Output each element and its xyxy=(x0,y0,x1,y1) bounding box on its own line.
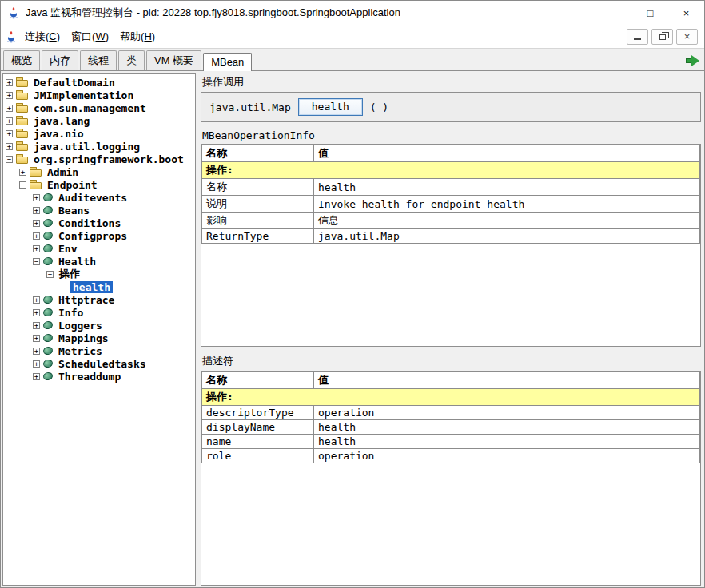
tree-item-beans[interactable]: +Beans xyxy=(3,204,195,217)
menu-window[interactable]: 窗口(W) xyxy=(66,26,114,47)
tree-item-httptrace[interactable]: +Httptrace xyxy=(3,293,195,306)
table-row[interactable]: namehealth xyxy=(202,435,700,449)
java-logo-icon xyxy=(7,6,20,19)
expand-toggle-icon[interactable]: + xyxy=(33,360,40,368)
expand-toggle-icon[interactable]: + xyxy=(6,105,13,112)
table-row[interactable]: ReturnTypejava.util.Map xyxy=(202,229,700,244)
expand-toggle-icon[interactable]: + xyxy=(33,207,40,214)
collapse-toggle-icon[interactable]: − xyxy=(6,156,13,163)
expand-toggle-icon[interactable]: + xyxy=(33,194,40,201)
group-row[interactable]: 操作: xyxy=(202,389,700,406)
column-header[interactable]: 值 xyxy=(314,145,700,162)
close-button[interactable]: × xyxy=(668,1,704,25)
column-header[interactable]: 值 xyxy=(314,372,700,389)
menu-help[interactable]: 帮助(H) xyxy=(114,26,161,47)
tree-item-label: java.nio xyxy=(31,128,86,140)
expand-toggle-icon[interactable]: + xyxy=(6,130,13,137)
tree-item-configprops[interactable]: +Configprops xyxy=(3,229,195,242)
cell-name: role xyxy=(202,449,314,463)
tab-classes[interactable]: 类 xyxy=(118,50,145,70)
maximize-button[interactable]: □ xyxy=(632,1,668,25)
descriptor-box: 名称值操作:descriptorTypeoperationdisplayName… xyxy=(201,371,701,586)
tree-item-operations[interactable]: −操作 xyxy=(3,268,195,280)
tree-item-label: Env xyxy=(56,243,79,255)
minimize-button[interactable]: — xyxy=(596,1,632,25)
column-header[interactable]: 名称 xyxy=(202,145,314,162)
tree-item-org-springframework-boot[interactable]: −org.springframework.boot xyxy=(3,153,195,165)
tree-item-label: Conditions xyxy=(56,217,123,229)
tree-item-label: Threaddump xyxy=(56,371,123,383)
expand-toggle-icon[interactable]: + xyxy=(19,169,26,176)
return-type-label: java.util.Map xyxy=(209,101,291,113)
tab-mbean[interactable]: MBean xyxy=(203,53,252,71)
tree-item-health[interactable]: −Health xyxy=(3,255,195,268)
tree-item-metrics[interactable]: +Metrics xyxy=(3,344,195,357)
tree-item-com-sun-management[interactable]: +com.sun.management xyxy=(3,101,195,114)
tree-item-label: Loggers xyxy=(56,320,105,332)
invoke-health-button[interactable]: health xyxy=(298,98,363,116)
cell-value: health xyxy=(314,179,700,196)
cell-name: 名称 xyxy=(202,179,314,196)
tab-list: 概览内存线程类VM 概要MBean xyxy=(3,50,253,70)
tree-item-conditions[interactable]: +Conditions xyxy=(3,217,195,229)
expand-toggle-icon[interactable]: + xyxy=(33,373,40,380)
expand-toggle-icon[interactable]: + xyxy=(6,143,13,150)
tree-item-auditevents[interactable]: +Auditevents xyxy=(3,191,195,204)
expand-toggle-icon[interactable]: + xyxy=(33,309,40,316)
tree-item-mappings[interactable]: +Mappings xyxy=(3,332,195,344)
cell-value: 信息 xyxy=(314,213,700,229)
table-row[interactable]: displayNamehealth xyxy=(202,420,700,435)
tree-item-threaddump[interactable]: +Threaddump xyxy=(3,370,195,383)
tab-vm-summary[interactable]: VM 概要 xyxy=(146,50,201,70)
tree-item-jmimplementation[interactable]: +JMImplementation xyxy=(3,89,195,101)
tab-overview[interactable]: 概览 xyxy=(3,50,40,70)
expand-toggle-icon[interactable]: + xyxy=(33,232,40,240)
expand-toggle-icon[interactable]: + xyxy=(33,322,40,329)
frame-restore-button[interactable] xyxy=(651,29,673,45)
group-row[interactable]: 操作: xyxy=(202,162,700,179)
tree-item-env[interactable]: +Env xyxy=(3,242,195,255)
tab-memory[interactable]: 内存 xyxy=(42,50,78,70)
folder-icon xyxy=(16,116,28,125)
tree-item-admin[interactable]: +Admin xyxy=(3,165,195,178)
tree-item-java-util-logging[interactable]: +java.util.logging xyxy=(3,140,195,153)
titlebar: Java 监视和管理控制台 - pid: 20228 top.fjy8018.s… xyxy=(1,1,704,25)
table-row[interactable]: 名称health xyxy=(202,179,700,196)
bean-icon xyxy=(42,218,54,228)
expand-toggle-icon[interactable]: + xyxy=(33,348,40,355)
collapse-toggle-icon[interactable]: − xyxy=(33,258,40,265)
tree-item-default-domain[interactable]: +DefaultDomain xyxy=(3,76,195,89)
tree-item-scheduledtasks[interactable]: +Scheduledtasks xyxy=(3,357,195,370)
tree-item-info[interactable]: +Info xyxy=(3,306,195,319)
collapse-toggle-icon[interactable]: − xyxy=(46,271,54,278)
cell-name: displayName xyxy=(202,420,314,435)
bean-icon xyxy=(42,205,54,216)
menubar: 连接(C)窗口(W)帮助(H) × xyxy=(1,25,704,49)
expand-toggle-icon[interactable]: + xyxy=(33,220,40,227)
tree-item-endpoint[interactable]: −Endpoint xyxy=(3,178,195,191)
tree-item-health-operation[interactable]: health xyxy=(3,280,195,293)
table-row[interactable]: roleoperation xyxy=(202,449,700,463)
menu-connection[interactable]: 连接(C) xyxy=(19,26,66,47)
table-row[interactable]: descriptorTypeoperation xyxy=(202,406,700,420)
tree-item-label: Endpoint xyxy=(45,179,100,191)
expand-toggle-icon[interactable]: + xyxy=(6,92,13,99)
expand-toggle-icon[interactable]: + xyxy=(33,245,40,252)
frame-close-button[interactable]: × xyxy=(676,29,698,45)
table-row[interactable]: 说明Invoke health for endpoint health xyxy=(202,196,700,213)
tree-item-java-nio[interactable]: +java.nio xyxy=(3,127,195,140)
expand-toggle-icon[interactable]: + xyxy=(6,117,13,125)
collapse-toggle-icon[interactable]: − xyxy=(19,181,26,189)
column-header[interactable]: 名称 xyxy=(202,372,314,389)
tree-item-label: Httptrace xyxy=(56,294,117,306)
mbean-tree[interactable]: +DefaultDomain+JMImplementation+com.sun.… xyxy=(2,73,196,586)
expand-toggle-icon[interactable]: + xyxy=(6,79,13,86)
tab-threads[interactable]: 线程 xyxy=(80,50,117,70)
table-row[interactable]: 影响信息 xyxy=(202,213,700,229)
tree-item-loggers[interactable]: +Loggers xyxy=(3,319,195,332)
tree-item-java-lang[interactable]: +java.lang xyxy=(3,114,195,127)
expand-toggle-icon[interactable]: + xyxy=(33,296,40,304)
operation-invoke-title: 操作调用 xyxy=(202,75,701,89)
frame-minimize-button[interactable] xyxy=(627,29,648,45)
expand-toggle-icon[interactable]: + xyxy=(33,335,40,342)
